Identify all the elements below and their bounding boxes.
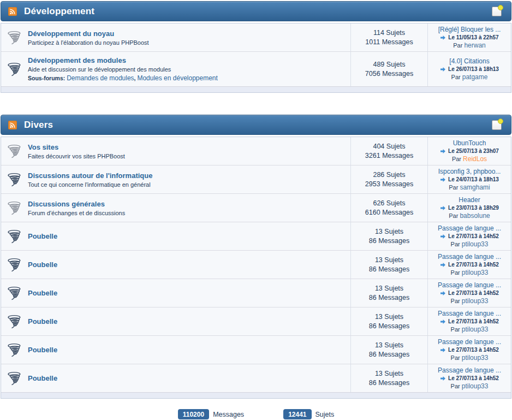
topics-count: 13 Sujets — [375, 370, 403, 377]
forum-main-cell: Poubelle — [1, 251, 350, 279]
forum-title-link[interactable]: Développement du noyau — [28, 29, 149, 38]
section-gap — [0, 93, 512, 115]
subforums-label: Sous-forums: — [28, 75, 65, 81]
forum-stats-cell: 626 Sujets 6160 Messages — [350, 194, 427, 222]
messages-count: 86 Messages — [369, 265, 409, 273]
forum-table: Vos sites Faites découvrir vos sites PHP… — [1, 137, 511, 399]
arrow-right-icon — [440, 234, 446, 239]
arrow-right-icon — [440, 67, 446, 72]
last-message-cell: Passage de langue ... Le 27/07/13 à 14h5… — [427, 279, 511, 307]
forum-title-link[interactable]: Vos sites — [28, 143, 125, 151]
last-message-link[interactable]: [4.0] Citations — [449, 57, 489, 65]
last-author-link[interactable]: ptiloup33 — [462, 297, 489, 305]
forum-main-cell: Développement du noyau Participez à l'él… — [1, 23, 350, 51]
arrow-right-icon — [440, 35, 446, 40]
arrow-right-icon — [440, 262, 446, 268]
last-message-link[interactable]: Passage de langue ... — [438, 338, 501, 346]
last-author-link[interactable]: ptiloup33 — [462, 354, 489, 362]
new-messages-indicator-icon — [492, 7, 502, 16]
last-message-cell: UbunTouch Le 25/07/13 à 23h07 Par ReidLo… — [427, 137, 511, 165]
last-author-link[interactable]: patgame — [462, 73, 488, 81]
forum-description: Participez à l'élaboration du noyau PHPB… — [28, 39, 149, 46]
last-message-link[interactable]: Passage de langue ... — [438, 281, 501, 289]
arrow-right-icon — [440, 376, 446, 381]
table-footer-strip — [1, 392, 511, 398]
last-message-author: Par patgame — [451, 73, 488, 81]
last-message-date: Le 27/07/13 à 14h52 — [440, 375, 499, 381]
last-author-link[interactable]: ptiloup33 — [462, 240, 489, 248]
forum-title-link[interactable]: Poubelle — [28, 346, 57, 354]
forum-row: Développement des modules Aide et discus… — [1, 52, 511, 86]
forum-totals: 110200 Messages 12441 Sujets — [0, 409, 512, 419]
last-message-cell: Ispconfig 3, phpboo... Le 24/07/13 à 18h… — [427, 165, 511, 193]
last-author-link[interactable]: samghami — [460, 184, 490, 191]
forum-main-cell: Poubelle — [1, 364, 350, 392]
tornado-forum-icon — [7, 201, 23, 215]
subforum-link[interactable]: Demandes de modules — [67, 74, 134, 82]
last-author-link[interactable]: ptiloup33 — [462, 326, 489, 333]
subforum-link[interactable]: Modules en développement — [137, 74, 217, 82]
section-developpement: Développement — [1, 1, 511, 93]
forum-title-link[interactable]: Poubelle — [28, 261, 57, 269]
forum-title-link[interactable]: Poubelle — [28, 289, 57, 297]
forum-stats-cell: 13 Sujets 86 Messages — [350, 251, 427, 279]
last-message-link[interactable]: UbunTouch — [453, 139, 486, 147]
last-message-link[interactable]: Passage de langue ... — [438, 366, 501, 374]
last-author-link[interactable]: ptiloup33 — [462, 269, 489, 276]
last-message-author: Par ptiloup33 — [451, 240, 489, 248]
section-title[interactable]: Développement — [24, 6, 94, 17]
last-author-link[interactable]: babsolune — [460, 212, 490, 220]
messages-count: 3261 Messages — [365, 152, 413, 159]
last-message-cell: Passage de langue ... Le 27/07/13 à 14h5… — [427, 251, 511, 279]
last-message-link[interactable]: Header — [459, 196, 480, 204]
last-author-link[interactable]: ReidLos — [463, 155, 487, 163]
last-message-link[interactable]: Ispconfig 3, phpboo... — [438, 168, 501, 175]
forum-description: Tout ce qui concerne l'informatique en g… — [28, 181, 152, 188]
arrow-right-icon — [440, 177, 446, 182]
forum-main-cell: Discussions générales Forum d'échanges e… — [1, 194, 350, 222]
messages-count: 2953 Messages — [365, 180, 413, 188]
forum-stats-cell: 286 Sujets 2953 Messages — [350, 165, 427, 193]
forum-row: Poubelle 13 Sujets 86 Messages Passage d… — [1, 364, 511, 392]
last-message-date: Le 25/07/13 à 23h07 — [440, 148, 499, 154]
last-message-cell: [4.0] Citations Le 26/07/13 à 18h13 Par … — [427, 52, 511, 86]
forum-title-link[interactable]: Poubelle — [28, 232, 57, 240]
forum-description: Faites découvrir vos sites PHPBoost — [28, 153, 125, 159]
topics-count: 626 Sujets — [373, 199, 405, 207]
forum-row: Poubelle 13 Sujets 86 Messages Passage d… — [1, 336, 511, 364]
arrow-right-icon — [440, 347, 446, 353]
rss-feed-icon[interactable] — [8, 121, 17, 129]
last-message-date: Le 24/07/13 à 18h13 — [440, 176, 499, 182]
last-message-link[interactable]: Passage de langue ... — [438, 310, 501, 317]
last-message-link[interactable]: Passage de langue ... — [438, 253, 501, 261]
messages-count: 86 Messages — [369, 322, 409, 330]
forum-title-link[interactable]: Poubelle — [28, 374, 57, 382]
last-message-author: Par herwan — [453, 42, 486, 49]
section-title[interactable]: Divers — [24, 120, 53, 131]
last-author-link[interactable]: herwan — [464, 42, 485, 49]
tornado-forum-icon — [7, 173, 23, 187]
forum-title-link[interactable]: Poubelle — [28, 317, 57, 326]
forum-title-link[interactable]: Discussions générales — [28, 200, 125, 208]
rss-feed-icon[interactable] — [8, 7, 17, 16]
arrow-right-icon — [440, 291, 446, 296]
forum-stats-cell: 114 Sujets 1011 Messages — [350, 23, 427, 51]
section-header: Développement — [1, 1, 511, 21]
topics-count: 13 Sujets — [375, 285, 403, 292]
forum-row: Poubelle 13 Sujets 86 Messages Passage d… — [1, 222, 511, 251]
forum-stats-cell: 13 Sujets 86 Messages — [350, 222, 427, 250]
forum-main-cell: Poubelle — [1, 307, 350, 335]
section-header: Divers — [1, 115, 511, 135]
last-message-link[interactable]: [Réglé] Bloquer les ... — [438, 26, 501, 33]
forum-title-link[interactable]: Développement des modules — [28, 56, 218, 64]
tornado-forum-icon — [7, 315, 23, 329]
forum-stats-cell: 404 Sujets 3261 Messages — [350, 137, 427, 165]
topics-count: 114 Sujets — [373, 29, 405, 37]
topics-count: 489 Sujets — [373, 61, 405, 68]
messages-count: 7056 Messages — [365, 70, 413, 78]
last-message-link[interactable]: Passage de langue ... — [438, 224, 501, 232]
forum-title-link[interactable]: Discussions autour de l'informatique — [28, 171, 152, 180]
topics-count: 286 Sujets — [373, 171, 405, 179]
forum-main-cell: Discussions autour de l'informatique Tou… — [1, 165, 350, 193]
last-author-link[interactable]: ptiloup33 — [462, 382, 489, 390]
